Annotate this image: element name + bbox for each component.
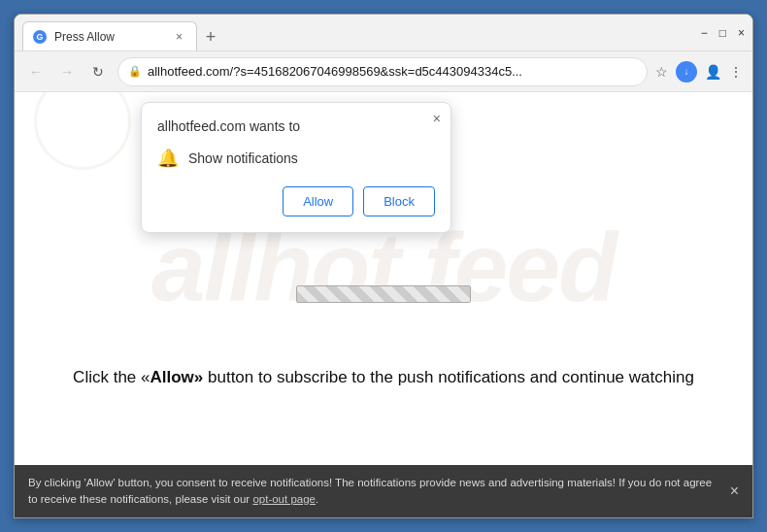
maximize-button[interactable]: □ — [719, 26, 726, 40]
tab-favicon: G — [33, 30, 47, 44]
popup-close-button[interactable]: × — [433, 111, 441, 126]
address-bar: ← → ↻ 🔒 allhotfeed.com/?s=45168206704699… — [15, 51, 752, 92]
popup-notification-row: 🔔 Show notifications — [157, 148, 435, 169]
notification-permission-popup: × allhotfeed.com wants to 🔔 Show notific… — [141, 102, 451, 233]
window-controls: − □ × — [701, 26, 745, 40]
popup-buttons: Allow Block — [157, 186, 435, 216]
opt-out-link[interactable]: opt-out page — [252, 493, 316, 505]
ghost-circle-decoration — [34, 92, 131, 170]
minimize-button[interactable]: − — [701, 26, 708, 40]
consent-bar: By clicking 'Allow' button, you consent … — [15, 465, 752, 518]
menu-icon[interactable]: ⋮ — [729, 64, 743, 80]
back-button[interactable]: ← — [24, 60, 48, 83]
notification-label: Show notifications — [188, 150, 298, 166]
bookmark-icon[interactable]: ☆ — [655, 64, 668, 80]
loading-bar-container — [296, 285, 471, 303]
download-icon[interactable]: ↓ — [676, 61, 697, 83]
page-content: allhot feed Click the «Allow» button to … — [15, 92, 752, 465]
consent-close-button[interactable]: × — [730, 482, 739, 500]
browser-window: G Press Allow × + − □ × ← → ↻ 🔒 allhotfe… — [14, 14, 753, 518]
url-bar[interactable]: 🔒 allhotfeed.com/?s=451682067046998569&s… — [117, 57, 648, 86]
block-button[interactable]: Block — [363, 186, 435, 216]
tab-area: G Press Allow × + — [22, 15, 689, 50]
popup-title: allhotfeed.com wants to — [157, 118, 435, 134]
forward-button[interactable]: → — [55, 60, 79, 83]
new-tab-button[interactable]: + — [197, 23, 224, 50]
profile-icon[interactable]: 👤 — [705, 64, 721, 80]
refresh-button[interactable]: ↻ — [86, 60, 110, 83]
title-bar: G Press Allow × + − □ × — [15, 15, 752, 51]
window-close-button[interactable]: × — [738, 26, 745, 40]
consent-text: By clicking 'Allow' button, you consent … — [28, 475, 720, 509]
lock-icon: 🔒 — [128, 65, 142, 78]
tab-title: Press Allow — [54, 30, 164, 44]
url-text: allhotfeed.com/?s=451682067046998569&ssk… — [148, 64, 637, 79]
tab-close-button[interactable]: × — [172, 28, 186, 46]
allow-button[interactable]: Allow — [283, 186, 353, 216]
bell-icon: 🔔 — [157, 148, 179, 169]
loading-bar — [296, 285, 471, 303]
main-instruction-text: Click the «Allow» button to subscribe to… — [51, 368, 716, 387]
active-tab[interactable]: G Press Allow × — [22, 21, 197, 50]
